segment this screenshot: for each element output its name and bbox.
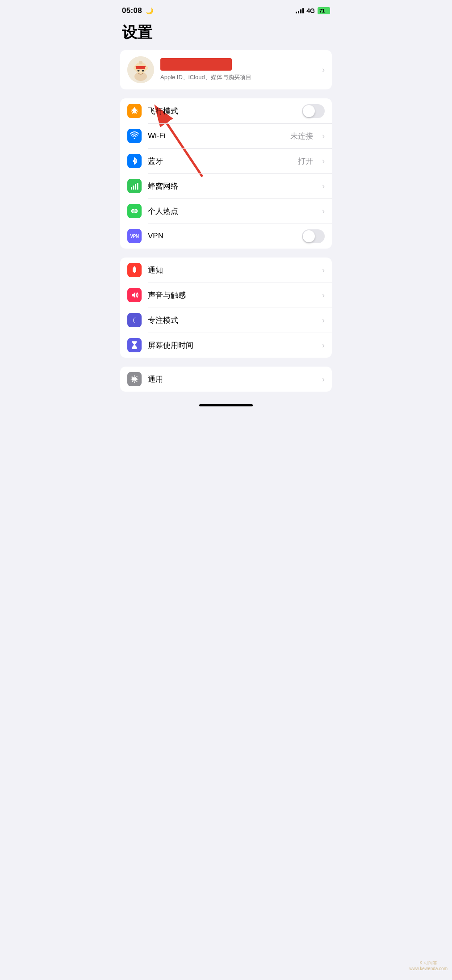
wifi-icon-box [127,129,142,143]
apple-id-chevron: › [322,65,325,75]
vpn-row[interactable]: VPN VPN [120,224,332,249]
focus-icon-box [127,313,142,327]
svg-rect-13 [135,184,136,190]
apple-id-row[interactable]: Apple ID、iCloud、媒体与购买项目 › [120,50,332,89]
network-label: 4G [306,7,315,14]
vpn-label: VPN [148,232,296,241]
svg-rect-16 [134,272,135,273]
wifi-icon [130,131,139,140]
page-title: 设置 [113,18,339,50]
svg-point-17 [134,266,135,268]
screentime-chevron: › [322,341,325,350]
sound-row[interactable]: 声音与触感 › [120,283,332,308]
screentime-icon-box [127,338,142,352]
airplane-mode-toggle[interactable] [302,104,325,118]
wifi-value: 未连接 [290,131,313,141]
svg-rect-28 [136,381,138,382]
svg-point-22 [134,378,135,380]
focus-chevron: › [322,316,325,325]
sound-icon-box [127,288,142,302]
wifi-label: Wi-Fi [148,131,284,140]
bluetooth-icon [130,156,139,165]
airplane-mode-row[interactable]: 飞行模式 [120,98,332,123]
svg-point-6 [134,66,136,70]
sound-chevron: › [322,291,325,300]
cellular-icon [130,182,139,190]
cellular-label: 蜂窝网络 [148,181,316,191]
svg-point-7 [145,66,148,70]
svg-rect-3 [135,66,146,69]
svg-rect-24 [134,382,135,383]
wifi-chevron: › [322,131,325,141]
apple-id-card[interactable]: Apple ID、iCloud、媒体与购买项目 › [120,50,332,89]
apple-id-subtitle: Apple ID、iCloud、媒体与购买项目 [160,73,316,81]
bluetooth-chevron: › [322,156,325,166]
svg-rect-25 [131,379,132,380]
status-bar: 05:08 🌙 4G 71 [113,0,339,18]
notifications-label: 通知 [148,265,316,275]
cellular-chevron: › [322,182,325,191]
network-settings-card: 飞行模式 Wi-Fi 未连接 › 蓝牙 打开 › [120,98,332,249]
svg-point-5 [142,70,144,72]
svg-rect-26 [137,379,138,380]
svg-rect-14 [137,183,138,190]
vpn-toggle[interactable] [302,229,325,243]
svg-point-8 [139,61,142,64]
bluetooth-value: 打开 [298,156,313,166]
hotspot-row[interactable]: 个人热点 › [120,199,332,224]
screentime-row[interactable]: 屏幕使用时间 › [120,333,332,358]
hotspot-icon-box [127,204,142,218]
wifi-row[interactable]: Wi-Fi 未连接 › [120,123,332,148]
sound-icon [130,291,139,300]
screentime-icon [130,341,139,350]
focus-row[interactable]: 专注模式 › [120,308,332,333]
home-bar [199,404,253,406]
airplane-mode-label: 飞行模式 [148,106,296,116]
hotspot-label: 个人热点 [148,206,316,216]
svg-rect-12 [133,186,134,190]
svg-rect-11 [131,187,132,190]
moon-icon: 🌙 [146,7,153,14]
general-icon-box [127,372,142,386]
hotspot-icon [130,207,139,215]
notifications-chevron: › [322,266,325,275]
bell-icon [130,266,139,275]
battery-level: 71 [319,8,325,13]
signal-icon [296,8,304,13]
apple-id-info: Apple ID、iCloud、媒体与购买项目 [160,58,316,81]
notifications-icon-box [127,263,142,277]
airplane-icon-box [127,104,142,118]
svg-rect-29 [131,380,133,382]
hotspot-chevron: › [322,207,325,216]
general-card: 通用 › [120,367,332,392]
cellular-icon-box [127,179,142,193]
cellular-row[interactable]: 蜂窝网络 › [120,173,332,199]
status-time-area: 05:08 🌙 [122,6,153,15]
battery-icon: 71 [318,7,330,14]
notifications-row[interactable]: 通知 › [120,258,332,283]
general-label: 通用 [148,374,316,384]
bluetooth-label: 蓝牙 [148,156,292,166]
svg-point-4 [138,70,140,72]
focus-icon [130,316,139,325]
gear-icon [130,375,139,384]
focus-label: 专注模式 [148,315,316,325]
status-time: 05:08 [122,6,142,15]
bluetooth-icon-box [127,154,142,168]
svg-rect-30 [136,376,138,377]
svg-marker-18 [132,292,135,298]
apple-id-name-redacted [160,58,232,71]
general-chevron: › [322,375,325,384]
svg-rect-23 [134,376,135,377]
status-right-area: 4G 71 [296,7,330,14]
vpn-icon-box: VPN [127,229,142,243]
screentime-label: 屏幕使用时间 [148,340,316,351]
home-indicator [113,401,339,412]
sound-label: 声音与触感 [148,290,316,300]
notifications-card: 通知 › 声音与触感 › 专注模式 › [120,258,332,358]
vpn-text-label: VPN [130,234,138,239]
airplane-icon [130,106,139,115]
bluetooth-row[interactable]: 蓝牙 打开 › [120,148,332,173]
general-row[interactable]: 通用 › [120,367,332,392]
avatar [127,56,154,83]
